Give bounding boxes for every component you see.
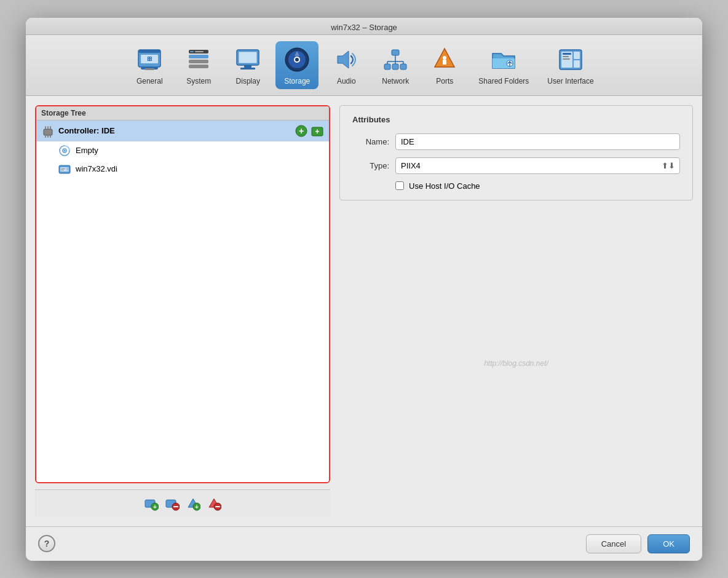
- svg-rect-40: [563, 56, 569, 57]
- toolbar-item-user-interface[interactable]: User Interface: [541, 41, 599, 89]
- bottom-toolbar: + +: [35, 489, 330, 517]
- ports-icon: [430, 45, 459, 74]
- host-io-cache-checkbox[interactable]: [395, 181, 404, 190]
- system-icon: [184, 45, 213, 74]
- type-select[interactable]: PIIX4 PIIX3 ICH6: [395, 157, 680, 174]
- svg-rect-8: [189, 60, 208, 63]
- svg-point-33: [443, 56, 446, 60]
- svg-rect-60: [61, 168, 65, 169]
- add-attachment-button[interactable]: +: [184, 495, 202, 512]
- attributes-box: Attributes Name: Type: PIIX4 PIIX3 ICH6: [339, 105, 693, 200]
- help-label: ?: [44, 539, 50, 548]
- ok-button[interactable]: OK: [647, 534, 690, 553]
- controller-left: Controller: IDE: [41, 124, 115, 138]
- toolbar-item-storage[interactable]: Storage: [275, 41, 318, 89]
- ok-label: OK: [663, 539, 675, 548]
- svg-text:+: +: [315, 127, 319, 136]
- toolbar-item-shared-folders[interactable]: Shared Folders: [472, 41, 535, 89]
- svg-rect-32: [443, 60, 446, 65]
- svg-point-55: [64, 149, 66, 151]
- svg-rect-25: [400, 64, 406, 69]
- storage-tree-content: Controller: IDE + +: [36, 121, 329, 482]
- svg-rect-38: [574, 60, 580, 68]
- title-bar: win7x32 – Storage: [26, 18, 702, 35]
- svg-rect-24: [392, 64, 398, 69]
- svg-rect-3: [144, 68, 154, 70]
- main-window: win7x32 – Storage ⊞ General: [26, 18, 702, 561]
- toolbar-network-label: Network: [382, 77, 409, 85]
- svg-rect-45: [50, 126, 51, 129]
- add-controller-button[interactable]: +: [143, 495, 160, 512]
- toolbar-display-label: Display: [236, 77, 260, 85]
- remove-controller-button[interactable]: [164, 495, 181, 512]
- remove-attachment-button[interactable]: [205, 495, 223, 512]
- footer: ? Cancel OK: [26, 526, 702, 561]
- svg-rect-15: [240, 68, 255, 69]
- toolbar-item-system[interactable]: System: [177, 41, 220, 89]
- user-interface-icon: [556, 45, 585, 74]
- cancel-button[interactable]: Cancel: [586, 534, 641, 553]
- name-input[interactable]: [395, 133, 680, 150]
- svg-rect-61: [61, 170, 64, 170]
- storage-tree-title: Storage Tree: [41, 109, 86, 117]
- name-row: Name:: [352, 133, 680, 150]
- storage-tree-box: Storage Tree: [35, 105, 330, 483]
- toolbar-item-general[interactable]: ⊞ General: [128, 41, 171, 89]
- storage-icon: [282, 45, 312, 74]
- svg-rect-9: [189, 65, 208, 68]
- controller-icon: [41, 124, 55, 138]
- tree-item-empty-label: Empty: [76, 146, 98, 155]
- svg-rect-46: [45, 135, 46, 138]
- cancel-label: Cancel: [601, 539, 626, 548]
- type-row: Type: PIIX4 PIIX3 ICH6 ⬆⬇: [352, 157, 680, 174]
- svg-text:⊞: ⊞: [147, 55, 152, 62]
- svg-rect-43: [45, 126, 46, 129]
- svg-rect-14: [244, 65, 251, 68]
- svg-rect-41: [563, 58, 570, 60]
- toolbar-general-label: General: [136, 77, 163, 85]
- toolbar-item-display[interactable]: Display: [226, 41, 269, 89]
- toolbar-item-network[interactable]: Network: [374, 41, 417, 89]
- general-icon: ⊞: [135, 45, 164, 74]
- storage-tree-header: Storage Tree: [36, 106, 329, 121]
- toolbar-item-ports[interactable]: Ports: [423, 41, 466, 89]
- svg-rect-48: [50, 135, 51, 138]
- display-icon: [233, 45, 263, 74]
- svg-rect-23: [384, 64, 390, 69]
- svg-rect-7: [189, 55, 208, 58]
- svg-rect-42: [44, 129, 52, 135]
- toolbar-system-label: System: [186, 77, 211, 85]
- type-select-wrap: PIIX4 PIIX3 ICH6 ⬆⬇: [395, 157, 680, 174]
- svg-rect-37: [574, 52, 580, 59]
- host-io-cache-label[interactable]: Use Host I/O Cache: [409, 181, 480, 191]
- toolbar-item-audio[interactable]: Audio: [325, 41, 368, 89]
- shared-folders-icon: [489, 45, 518, 74]
- svg-rect-1: [138, 50, 160, 53]
- svg-point-59: [67, 168, 68, 170]
- svg-rect-67: [173, 506, 178, 507]
- tree-item-empty[interactable]: Empty: [36, 141, 329, 160]
- add-disk-icon[interactable]: +: [295, 124, 308, 138]
- svg-rect-10: [190, 51, 194, 52]
- watermark-area: http://blog.csdn.net/: [339, 210, 693, 517]
- toolbar-shared-folders-label: Shared Folders: [478, 77, 529, 85]
- toolbar-user-interface-label: User Interface: [547, 77, 593, 85]
- cd-icon: [58, 144, 71, 157]
- svg-rect-22: [392, 50, 399, 55]
- add-attachment-icon[interactable]: +: [311, 124, 324, 138]
- controller-row[interactable]: Controller: IDE + +: [36, 121, 329, 141]
- svg-text:+: +: [195, 504, 199, 510]
- help-button[interactable]: ?: [38, 535, 55, 552]
- toolbar-audio-label: Audio: [337, 77, 356, 85]
- network-icon: [381, 45, 410, 74]
- svg-point-20: [295, 58, 299, 61]
- name-label: Name:: [352, 137, 389, 146]
- toolbar: ⊞ General System: [26, 35, 702, 96]
- svg-marker-21: [338, 51, 349, 68]
- tree-item-vdi[interactable]: win7x32.vdi: [36, 160, 329, 178]
- svg-text:+: +: [299, 126, 304, 136]
- attributes-title: Attributes: [352, 115, 680, 124]
- watermark-text: http://blog.csdn.net/: [484, 359, 548, 368]
- toolbar-ports-label: Ports: [436, 77, 453, 85]
- controller-action-icons: + +: [295, 124, 324, 138]
